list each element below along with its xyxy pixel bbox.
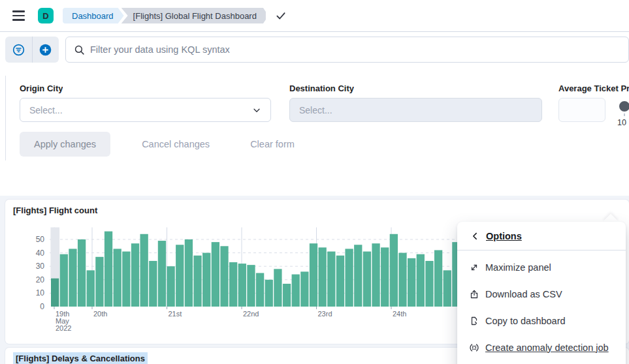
menu-hamburger-icon[interactable] <box>5 3 31 29</box>
svg-text:10: 10 <box>36 288 45 297</box>
options-menu-title: Options <box>486 231 522 241</box>
download-icon <box>469 289 479 299</box>
price-slider-tick <box>624 114 625 116</box>
query-bar-row <box>0 33 629 69</box>
apply-changes-button[interactable]: Apply changes <box>20 132 110 157</box>
price-slider-thumb[interactable] <box>619 101 629 112</box>
chevron-left-icon <box>470 232 479 241</box>
check-icon <box>275 10 287 22</box>
clear-form-button[interactable]: Clear form <box>241 139 304 149</box>
top-navigation-bar: D Dashboard [Flights] Global Flight Dash… <box>0 0 629 32</box>
machine-learning-icon <box>469 342 479 353</box>
maximize-icon <box>469 262 479 273</box>
svg-text:30: 30 <box>36 262 45 271</box>
svg-text:23rd: 23rd <box>318 310 332 318</box>
saved-filters-icon[interactable] <box>5 37 32 63</box>
menu-item-copy-to-dashboard[interactable]: Copy to dashboard <box>457 307 626 334</box>
kql-search-box <box>65 37 629 63</box>
average-ticket-price-input[interactable] <box>558 98 605 122</box>
kql-search-input[interactable] <box>90 44 621 55</box>
svg-text:50: 50 <box>36 235 45 244</box>
svg-text:21st: 21st <box>169 310 182 318</box>
svg-text:20: 20 <box>36 275 45 284</box>
destination-city-select[interactable]: Select... <box>289 98 542 122</box>
breadcrumb-current-dashboard: [Flights] Global Flight Dashboard <box>121 8 266 23</box>
origin-city-label: Origin City <box>20 83 63 93</box>
average-ticket-price-label: Average Ticket Price <box>558 83 629 93</box>
search-icon <box>74 44 85 55</box>
filter-button-group <box>5 37 59 63</box>
space-avatar[interactable]: D <box>38 8 54 23</box>
add-filter-icon[interactable] <box>32 37 59 63</box>
options-back-button[interactable]: Options <box>457 222 626 250</box>
origin-city-placeholder: Select... <box>29 105 63 115</box>
svg-text:2022: 2022 <box>56 324 71 332</box>
copy-icon <box>469 316 479 326</box>
controls-panel-border <box>5 76 6 160</box>
panel-options-menu: Options Maximize panel Download as CSV C… <box>457 222 626 364</box>
svg-text:24th: 24th <box>393 310 406 318</box>
destination-city-label: Destination City <box>289 83 354 93</box>
menu-item-maximize-panel[interactable]: Maximize panel <box>457 254 626 281</box>
cancel-changes-button[interactable]: Cancel changes <box>133 139 219 149</box>
svg-text:22nd: 22nd <box>243 310 259 318</box>
flight-count-panel-title[interactable]: [Flights] Flight count <box>10 204 100 217</box>
breadcrumb: Dashboard [Flights] Global Flight Dashbo… <box>63 8 266 23</box>
chevron-down-icon <box>252 106 261 115</box>
dashboard-controls-panel: Origin City Select... Destination City S… <box>0 69 629 196</box>
svg-text:40: 40 <box>36 249 45 258</box>
svg-text:20th: 20th <box>93 310 107 318</box>
price-slider-min-label: 10 <box>617 118 626 127</box>
origin-city-select[interactable]: Select... <box>20 98 271 122</box>
menu-item-create-anomaly-detection-job[interactable]: Create anomaly detection job <box>457 334 626 361</box>
svg-text:0: 0 <box>40 302 44 311</box>
menu-item-download-as-csv[interactable]: Download as CSV <box>457 281 626 307</box>
breadcrumb-dashboard[interactable]: Dashboard <box>63 8 124 23</box>
destination-city-placeholder: Select... <box>299 105 332 115</box>
delays-panel-title[interactable]: [Flights] Delays & Cancellations <box>10 352 150 364</box>
